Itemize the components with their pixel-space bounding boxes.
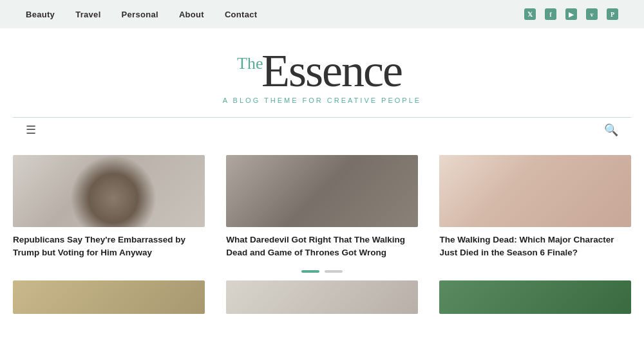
social-icons: 𝕏 f ▶ v P [524,8,618,20]
search-icon[interactable]: 🔍 [604,123,618,137]
logo: The Essence [242,48,402,94]
menu-icon[interactable]: ☰ [26,123,36,137]
nav-beauty[interactable]: Beauty [26,10,55,19]
pagination-dot-1[interactable] [301,270,319,273]
nav-about[interactable]: About [179,10,204,19]
nav-contact[interactable]: Contact [225,10,258,19]
bottom-card-3 [439,280,631,314]
article-card-1: Republicans Say They're Embarrassed by T… [13,155,205,260]
articles-grid: Republicans Say They're Embarrassed by T… [0,142,644,260]
article-image-1 [13,155,205,227]
bottom-image-1 [13,280,205,314]
article-image-3 [439,155,631,227]
article-card-3: The Walking Dead: Which Major Character … [439,155,631,260]
youtube-icon[interactable]: ▶ [565,8,577,20]
logo-subtitle: A BLOG THEME FOR CREATIVE PEOPLE [13,96,631,104]
nav-personal[interactable]: Personal [122,10,158,19]
article-title-1[interactable]: Republicans Say They're Embarrassed by T… [13,234,205,260]
toolbar: ☰ 🔍 [13,117,631,142]
bottom-card-2 [226,280,418,314]
nav-travel[interactable]: Travel [75,10,100,19]
vimeo-icon[interactable]: v [586,8,598,20]
bottom-image-2 [226,280,418,314]
nav-links: Beauty Travel Personal About Contact [26,10,257,19]
logo-main: Essence [242,45,402,96]
pagination-dot-2[interactable] [325,270,343,273]
facebook-icon[interactable]: f [545,8,556,20]
main-nav: Beauty Travel Personal About Contact 𝕏 f… [0,0,644,28]
pinterest-icon[interactable]: P [607,8,618,20]
site-header: The Essence A BLOG THEME FOR CREATIVE PE… [0,28,644,117]
article-title-2[interactable]: What Daredevil Got Right That The Walkin… [226,234,418,260]
pagination [0,260,644,280]
article-image-2 [226,155,418,227]
article-card-2: What Daredevil Got Right That The Walkin… [226,155,418,260]
twitter-icon[interactable]: 𝕏 [524,8,536,20]
bottom-card-1 [13,280,205,314]
article-title-3[interactable]: The Walking Dead: Which Major Character … [439,234,631,260]
bottom-image-3 [439,280,631,314]
articles-bottom-row [0,280,644,314]
